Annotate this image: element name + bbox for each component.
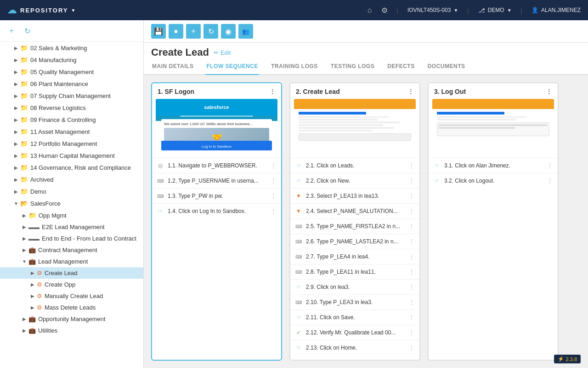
folder-icon: 📁 — [20, 188, 28, 195]
sidebar-add-button[interactable]: + — [6, 25, 17, 37]
step-more-icon[interactable]: ⋮ — [408, 192, 415, 200]
sidebar-item-s04[interactable]: ▶ 📁 04 Manufacturing — [0, 54, 143, 66]
flow-step[interactable]: ⌨ 2.10. Type P_LEA3 in lea3. ⋮ — [290, 294, 419, 310]
sidebar-item-archived[interactable]: ▶ 📁 Archived — [0, 173, 143, 185]
sidebar-item-opp-mgmt2[interactable]: ▶ 💼 Opportunity Management — [0, 313, 143, 325]
sidebar-item-create-opp[interactable]: ▶ ⚙ Create Opp — [0, 279, 143, 290]
flow-step[interactable]: ▼ 2.3. Select P_LEA13 in lea13. ⋮ — [290, 188, 419, 203]
sidebar-item-contract-mgmt[interactable]: ▶ 💼 Contract Management — [0, 244, 143, 256]
flow-step[interactable]: ☞ 2.9. Click on lea3. ⋮ — [290, 279, 419, 294]
more-icon[interactable]: ⋮ — [546, 88, 552, 95]
tab-main-details[interactable]: MAIN DETAILS — [151, 58, 194, 75]
step-more-icon[interactable]: ⋮ — [408, 207, 415, 215]
sidebar-item-s09[interactable]: ▶ 📁 09 Finance & Controlling — [0, 114, 143, 126]
tab-flow-sequence[interactable]: FLOW SEQUENCE — [205, 58, 259, 75]
tab-defects[interactable]: DEFECTS — [386, 58, 416, 75]
edit-link[interactable]: ✏ Edit — [214, 49, 231, 56]
caret-icon: ▼ — [12, 201, 20, 206]
users-button[interactable]: 👥 — [238, 24, 253, 39]
flow-step[interactable]: ☞ 2.13. Click on Home. ⋮ — [290, 340, 419, 355]
view-button[interactable]: ◉ — [221, 24, 236, 39]
flow-steps-sf-logon: ◎ 1.1. Navigate to P_WEBBROWSER. ⋮ ⌨ 1.2… — [152, 158, 281, 360]
step-more-icon[interactable]: ⋮ — [270, 192, 277, 200]
select-icon: ▼ — [295, 208, 302, 214]
step-more-icon[interactable]: ⋮ — [408, 314, 415, 321]
flow-step[interactable]: ◎ 1.1. Navigate to P_WEBBROWSER. ⋮ — [152, 158, 281, 173]
sidebar-item-s14[interactable]: ▶ 📁 14 Governance, Risk and Compliance — [0, 161, 143, 173]
step-more-icon[interactable]: ⋮ — [408, 344, 415, 351]
step-more-icon[interactable]: ⋮ — [270, 207, 277, 215]
app-logo[interactable]: ☁ REPOSITORY ▼ — [7, 5, 76, 16]
save-button[interactable]: 💾 — [151, 24, 166, 39]
sidebar-item-salesforce[interactable]: ▼ 📂 SalesForce — [0, 197, 143, 209]
tab-documents[interactable]: DOCUMENTS — [427, 58, 466, 75]
flow-step[interactable]: ☞ 2.2. Click on New. ⋮ — [290, 173, 419, 188]
step-more-icon[interactable]: ⋮ — [547, 162, 553, 169]
sidebar-item-s05[interactable]: ▶ 📁 05 Quality Management — [0, 66, 143, 78]
tab-testing-logs[interactable]: TESTING LOGS — [330, 58, 375, 75]
sidebar-item-s07[interactable]: ▶ 📁 07 Supply Chain Management — [0, 90, 143, 102]
flow-step[interactable]: ☞ 1.4. Click on Log In to Sandbox. ⋮ — [152, 203, 281, 218]
sidebar-item-s02[interactable]: ▶ 📁 02 Sales & Marketing — [0, 42, 143, 54]
flow-step[interactable]: ☞ 3.1. Click on Alan Jimenez. ⋮ — [429, 158, 558, 173]
caret-icon: ▶ — [20, 316, 28, 322]
sidebar-item-demo[interactable]: ▶ 📁 Demo — [0, 185, 143, 197]
sidebar-item-utilities[interactable]: ▶ 💼 Utilities — [0, 325, 143, 336]
flow-step[interactable]: ▼ 2.4. Select P_NAME_SALUTATION... ⋮ — [290, 203, 419, 218]
folder-icon: 📁 — [20, 92, 28, 99]
sidebar-item-opp-mgmt[interactable]: ▶ 📁 Opp Mgmt — [0, 209, 143, 221]
step-label: 2.5. Type P_NAME_FIRSTLEA2 in n... — [306, 223, 405, 230]
step-more-icon[interactable]: ⋮ — [408, 223, 415, 230]
add-button[interactable]: + — [186, 24, 201, 39]
flow-step[interactable]: ⌨ 2.5. Type P_NAME_FIRSTLEA2 in n... ⋮ — [290, 218, 419, 234]
flow-step[interactable]: ⌨ 2.6. Type P_NAME_LASTLEA2 in n... ⋮ — [290, 234, 419, 249]
sidebar-item-s11[interactable]: ▶ 📁 11 Asset Management — [0, 126, 143, 138]
flow-step[interactable]: ⌨ 2.8. Type P_LEA11 in lea11. ⋮ — [290, 264, 419, 279]
user-menu[interactable]: 👤 ALAN.JIMENEZ — [531, 7, 581, 13]
step-more-icon[interactable]: ⋮ — [408, 283, 415, 291]
flow-step[interactable]: ⌨ 2.7. Type P_LEA4 in lea4. ⋮ — [290, 249, 419, 264]
flow-step[interactable]: ☞ 2.1. Click on Leads. ⋮ — [290, 158, 419, 173]
step-more-icon[interactable]: ⋮ — [408, 238, 415, 245]
step-more-icon[interactable]: ⋮ — [408, 177, 415, 184]
sidebar-refresh-button[interactable]: ↻ — [21, 25, 33, 37]
flow-step[interactable]: ⌨ 1.3. Type P_PW in pw. ⋮ — [152, 188, 281, 203]
flow-step[interactable]: ☞ 3.2. Click on Logout. ⋮ — [429, 173, 558, 188]
sidebar-item-s13[interactable]: ▶ 📁 13 Human Capital Management — [0, 150, 143, 161]
step-more-icon[interactable]: ⋮ — [547, 177, 553, 184]
step-more-icon[interactable]: ⋮ — [408, 253, 415, 260]
more-icon[interactable]: ⋮ — [407, 88, 414, 95]
type-icon: ⌨ — [295, 254, 302, 259]
flow-step[interactable]: ⌨ 1.2. Type P_USERNAME in userna... ⋮ — [152, 173, 281, 188]
home-icon[interactable]: ⌂ — [368, 6, 372, 14]
settings-icon[interactable]: ⚙ — [381, 6, 388, 15]
step-more-icon[interactable]: ⋮ — [270, 162, 277, 169]
server-selector[interactable]: IOVNLT450S-003 ▼ — [407, 7, 458, 13]
demo-selector[interactable]: ⎇ DEMO ▼ — [478, 7, 512, 14]
step-more-icon[interactable]: ⋮ — [408, 329, 415, 336]
tab-training-logs[interactable]: TRAINING LOGS — [270, 58, 319, 75]
step-more-icon[interactable]: ⋮ — [270, 177, 277, 184]
more-icon[interactable]: ⋮ — [269, 88, 276, 95]
folder-icon: 📁 — [20, 164, 28, 171]
sidebar-item-s12[interactable]: ▶ 📁 12 Portfolio Management — [0, 138, 143, 150]
sidebar-item-mass-delete-leads[interactable]: ▶ ⚙ Mass Delete Leads — [0, 302, 143, 313]
sidebar-item-s08[interactable]: ▶ 📁 08 Reverse Logistics — [0, 102, 143, 114]
sidebar-item-lead-mgmt[interactable]: ▼ 💼 Lead Management — [0, 256, 143, 267]
sidebar-item-create-lead[interactable]: ▶ ⚙ Create Lead — [0, 267, 143, 279]
step-more-icon[interactable]: ⋮ — [408, 268, 415, 276]
sidebar-item-s06[interactable]: ▶ 📁 06 Plant Maintenance — [0, 78, 143, 90]
sidebar-item-e2e-contract[interactable]: ▶ ▬▬ End to End - From Lead to Contract — [0, 233, 143, 244]
flow-steps-log-out: ☞ 3.1. Click on Alan Jimenez. ⋮ ☞ 3.2. C… — [429, 158, 558, 360]
step-label: 2.2. Click on New. — [306, 178, 405, 184]
server-caret-icon: ▼ — [453, 8, 458, 13]
flow-step[interactable]: ☞ 2.11. Click on Save. ⋮ — [290, 310, 419, 325]
sidebar-item-e2e-lead[interactable]: ▶ ▬▬ E2E Lead Management — [0, 221, 143, 233]
main-content: 💾 ● + ↻ ◉ 👥 Create Lead ✏ Edit MAIN DETA… — [144, 20, 588, 368]
sidebar-item-manually-create-lead[interactable]: ▶ ⚙ Manually Create Lead — [0, 290, 143, 302]
step-more-icon[interactable]: ⋮ — [408, 299, 415, 306]
run-button[interactable]: ● — [169, 24, 183, 39]
flow-step[interactable]: ✓ 2.12. Verify Mr. Qualibrate Lead 00...… — [290, 325, 419, 340]
refresh-button[interactable]: ↻ — [204, 24, 218, 39]
step-more-icon[interactable]: ⋮ — [408, 162, 415, 169]
